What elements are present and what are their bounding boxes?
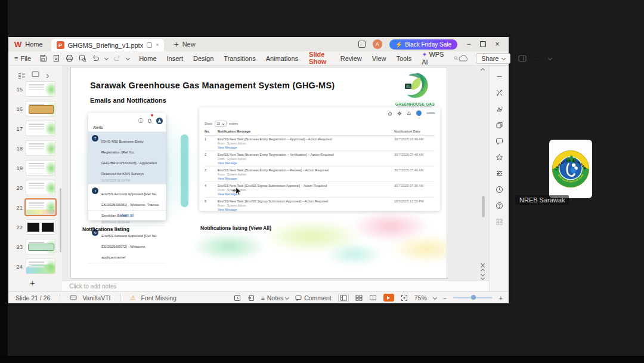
menu-home[interactable]: Home [139,55,156,62]
more-options-icon[interactable]: ··· [534,55,541,62]
slide-thumbnail-20[interactable]: 20 [8,180,62,195]
undo-dropdown-icon[interactable] [104,56,109,60]
settings-sliders-icon[interactable] [496,170,503,177]
menu-tools[interactable]: Tools [396,55,411,62]
outline-view-icon[interactable] [18,73,26,79]
new-tab-button[interactable]: + New [174,39,195,49]
tab-close-icon[interactable]: × [156,42,159,48]
slide-thumbnail-23[interactable]: 23 [8,239,62,254]
zoom-slider[interactable] [453,297,493,299]
history-clock-icon[interactable] [496,186,503,193]
toolbar-more-icon[interactable] [126,56,130,60]
desk-export-icon[interactable] [247,294,255,302]
print-icon[interactable] [66,54,73,62]
notes-pane[interactable]: Click to add notes [62,281,489,291]
export-icon[interactable] [52,54,60,62]
slide-sorter-view-button[interactable] [355,295,363,301]
participant-video-tile[interactable]: LEMBAGA SUMBER ASLI DAN ALAM SEKITAR SAR… [549,140,592,198]
font-missing-warning[interactable]: Font Missing [141,294,177,302]
alert-text: EnvISS Account Approved [Ref No. ES/2025… [101,234,157,259]
slide-thumbnail-22[interactable]: 22 [8,219,62,235]
comment-icon[interactable] [496,137,503,145]
slide-thumbnail-21-selected[interactable]: 21 [8,199,62,215]
menu-slide-show[interactable]: Slide Show [308,49,330,67]
username-text [426,112,435,114]
quick-tools-icon[interactable] [496,89,503,97]
menu-wps-ai[interactable]: ✦WPS AI [422,51,444,66]
maximize-button[interactable] [480,41,486,47]
close-button[interactable]: × [493,40,501,48]
decor-bar [181,134,188,207]
meeting-screen: W Home P GHGMS_Briefing_v1.pptx × + New … [0,0,644,363]
minimize-button[interactable]: − [465,40,473,48]
menu-review[interactable]: Review [340,55,362,62]
apps-grid-icon[interactable] [496,218,503,226]
zoom-out-button[interactable]: − [443,294,447,302]
help-icon[interactable] [496,202,503,210]
zoom-level[interactable]: 75% [414,294,427,302]
slide-view-icon[interactable] [32,71,39,78]
current-slide[interactable]: Sarawak Greenhouse Gas Management System… [70,67,447,279]
menu-insert[interactable]: Insert [167,55,184,62]
slide-thumbnail-16[interactable]: 16 [8,101,62,116]
tab-preview-icon[interactable] [147,42,152,48]
slide-thumbnail-19[interactable]: 19 [8,160,62,176]
switch-panel-icon[interactable] [518,55,527,62]
alert-item[interactable]: T [GHG-MS] Business Entity Registration … [88,132,166,184]
home-tab[interactable]: Home [25,41,42,48]
effects-icon[interactable] [496,105,503,113]
canvas-scrollbar[interactable] [482,196,485,217]
menu-toolbar: ≡ File Home Insert Design Transitions An… [8,51,509,66]
view-message-link[interactable]: View Message [218,208,391,211]
collapse-ribbon-icon[interactable] [548,56,552,60]
theme-name[interactable]: VanillaVTI [82,294,110,302]
cloud-sync-icon[interactable] [459,55,468,62]
menu-view[interactable]: View [372,55,386,62]
zoom-presets-icon[interactable] [433,296,437,300]
zoom-slider-handle[interactable] [471,295,476,300]
next-slide-button[interactable] [481,273,484,279]
panel-scrollbar[interactable] [60,188,61,253]
bell-icon [407,111,411,116]
normal-view-button[interactable] [338,294,349,302]
view-message-link[interactable]: View Message [218,161,391,165]
zoom-in-button[interactable]: + [499,294,503,302]
view-message-link[interactable]: View Message [218,192,391,196]
view-all-link[interactable]: View all [88,210,166,220]
search-icon[interactable] [454,54,459,62]
user-avatar[interactable]: A [373,39,382,49]
notes-toggle[interactable]: ≡ Notes [261,294,289,302]
star-icon[interactable] [496,153,503,161]
share-button[interactable]: Share [476,53,510,64]
print-preview-icon[interactable] [79,54,86,62]
redo-icon[interactable] [113,54,121,62]
slideshow-play-button[interactable] [383,294,394,302]
comment-button[interactable]: Comment [295,294,332,302]
workspace-icon[interactable] [358,41,366,48]
menu-design[interactable]: Design [193,55,213,62]
view-message-link[interactable]: View Message [218,146,391,149]
black-friday-sale-button[interactable]: ⚡ Black Friday Sale [389,39,457,50]
scroll-up-arrow[interactable] [481,68,485,72]
menu-animations[interactable]: Animations [266,55,298,62]
fit-screen-icon[interactable] [401,294,408,302]
file-menu[interactable]: ≡ File [14,55,31,62]
previous-slide-button[interactable] [481,266,484,272]
add-slide-button[interactable]: + [30,278,35,288]
expand-panel-icon[interactable] [45,73,49,78]
slide-thumbnail-15[interactable]: 15 [8,81,62,97]
save-icon[interactable] [39,54,47,62]
collapse-rail-icon[interactable] [496,73,503,81]
slide-thumbnail-17[interactable]: 17 [8,121,62,136]
reading-view-button[interactable] [369,295,377,301]
pptx-file-icon: P [57,41,64,49]
menu-transitions[interactable]: Transitions [224,55,255,62]
view-message-link[interactable]: View Message [218,177,391,180]
slide-thumbnail-24[interactable]: 24 [8,259,62,274]
wps-logo[interactable]: W [14,40,21,49]
slide-thumbnail-18[interactable]: 18 [8,140,62,156]
layers-icon[interactable] [496,121,503,129]
undo-icon[interactable] [92,54,100,62]
task-pane-icon[interactable] [234,294,241,302]
entries-select[interactable]: 10 [215,121,227,127]
